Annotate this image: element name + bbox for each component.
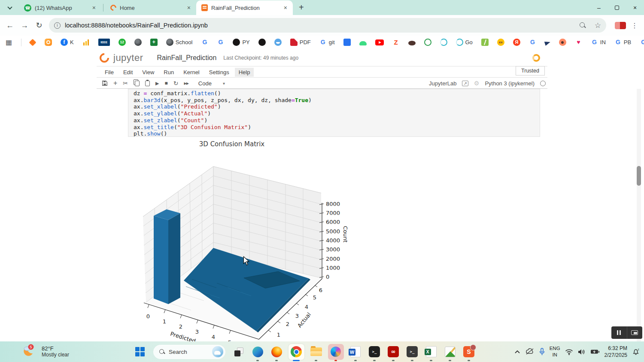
run-cell-button[interactable]: ▶ bbox=[155, 81, 159, 86]
forward-button[interactable]: → bbox=[17, 21, 32, 30]
kernel-name[interactable]: Python 3 (ipykernel) bbox=[485, 80, 535, 87]
extension-icon[interactable] bbox=[615, 22, 626, 29]
bookmark-leaf[interactable] bbox=[481, 39, 489, 46]
start-button[interactable] bbox=[131, 341, 149, 362]
zoom-out-icon[interactable] bbox=[579, 22, 586, 29]
menu-edit[interactable]: Edit bbox=[119, 68, 137, 77]
pause-button[interactable] bbox=[611, 326, 627, 339]
interrupt-kernel-button[interactable]: ■ bbox=[165, 80, 168, 86]
bookmark-google-1[interactable]: G bbox=[201, 39, 208, 46]
bookmark-go[interactable]: Go bbox=[456, 39, 473, 46]
word-app[interactable] bbox=[346, 341, 365, 362]
microphone-icon[interactable] bbox=[539, 348, 545, 356]
tab-home[interactable]: Home × bbox=[105, 0, 196, 15]
bookmark-git[interactable]: Ggit bbox=[319, 39, 335, 46]
bookmark-arrow[interactable] bbox=[545, 39, 550, 45]
copy-cell-button[interactable] bbox=[134, 81, 140, 86]
photo-editor-app[interactable] bbox=[441, 341, 459, 362]
chrome-app[interactable] bbox=[286, 341, 306, 362]
bookmark-kite[interactable] bbox=[29, 39, 36, 46]
restart-run-all-button[interactable]: ▶▶ bbox=[184, 81, 188, 85]
notebook-title[interactable]: RainFall_Prediction bbox=[157, 54, 217, 62]
bookmark-whale[interactable] bbox=[274, 39, 282, 46]
picture-in-picture-button[interactable] bbox=[627, 326, 643, 339]
bookmark-whatsapp[interactable]: 12 bbox=[118, 39, 126, 46]
copilot-app[interactable] bbox=[326, 341, 346, 362]
tab-rainfall-prediction[interactable]: RainFall_Prediction × bbox=[196, 0, 293, 15]
scrollbar-thumb[interactable] bbox=[637, 166, 641, 186]
bookmark-camera[interactable] bbox=[45, 39, 52, 46]
gear-icon[interactable]: ⚙ bbox=[474, 80, 480, 87]
bookmark-swirl-1[interactable] bbox=[440, 39, 447, 46]
weather-widget[interactable]: 5 82°F Mostly clear bbox=[21, 343, 69, 359]
clock[interactable]: 6:32 PM2/27/2025 bbox=[605, 345, 627, 359]
cell-type-select[interactable]: Code▾ bbox=[198, 80, 225, 87]
bookmark-zerodha[interactable]: Z bbox=[392, 39, 400, 46]
bookmark-facebook[interactable]: fK bbox=[61, 39, 74, 46]
bookmark-ex[interactable]: ex bbox=[497, 39, 504, 46]
menu-kernel[interactable]: Kernel bbox=[179, 68, 204, 77]
task-view-button[interactable] bbox=[230, 341, 248, 362]
tab-close-icon[interactable]: × bbox=[186, 4, 192, 11]
menu-settings[interactable]: Settings bbox=[205, 68, 233, 77]
bookmark-in[interactable]: GIN bbox=[591, 39, 606, 46]
bookmark-school[interactable]: School bbox=[166, 39, 193, 46]
tab-search-button[interactable] bbox=[4, 2, 15, 13]
jupyter-logo-text[interactable]: jupyter bbox=[113, 52, 143, 63]
volume-icon[interactable] bbox=[578, 349, 586, 355]
excel-app[interactable] bbox=[422, 341, 440, 362]
cut-cell-button[interactable]: ✂ bbox=[123, 80, 128, 87]
bookmark-analytics[interactable] bbox=[82, 39, 90, 46]
bookmark-google-2[interactable]: G bbox=[217, 39, 224, 46]
edge-app[interactable] bbox=[249, 341, 267, 362]
command-prompt-app[interactable]: >_ bbox=[403, 341, 421, 362]
new-tab-button[interactable]: + bbox=[299, 3, 304, 12]
bookmark-globe-dark[interactable] bbox=[134, 39, 142, 46]
paste-cell-button[interactable] bbox=[145, 81, 150, 86]
restart-kernel-button[interactable]: ↻ bbox=[173, 80, 179, 87]
code-cell[interactable]: dz = conf_matrix.flatten()ax.bar3d(x_pos… bbox=[128, 89, 540, 137]
bookmark-android[interactable] bbox=[359, 39, 367, 45]
menu-run[interactable]: Run bbox=[160, 68, 178, 77]
bookmark-pc[interactable]: GPC bbox=[640, 39, 644, 46]
tab-close-icon[interactable]: × bbox=[91, 4, 97, 11]
jupyter-logo-icon[interactable] bbox=[97, 51, 111, 64]
battery-icon[interactable] bbox=[590, 349, 600, 354]
wifi-icon[interactable] bbox=[565, 349, 573, 355]
back-button[interactable]: ← bbox=[3, 21, 17, 30]
menu-file[interactable]: File bbox=[101, 68, 118, 77]
add-cell-button[interactable]: + bbox=[113, 79, 117, 87]
bookmark-apps[interactable] bbox=[5, 39, 12, 46]
save-button[interactable] bbox=[102, 80, 108, 86]
bookmark-flipkart[interactable] bbox=[343, 39, 351, 46]
bookmark-dark-site[interactable] bbox=[258, 39, 266, 46]
bookmark-ring[interactable] bbox=[424, 39, 431, 46]
sublime-app[interactable]: S bbox=[460, 341, 478, 362]
onedrive-paused-icon[interactable] bbox=[525, 348, 535, 355]
bookmark-eye[interactable] bbox=[559, 39, 566, 46]
menu-view[interactable]: View bbox=[138, 68, 158, 77]
tab-whatsapp[interactable]: ☎ (12) WhatsApp × bbox=[19, 0, 101, 15]
acrobat-app[interactable]: ∞ bbox=[384, 341, 402, 362]
reload-button[interactable]: ↻ bbox=[32, 21, 46, 30]
bookmark-star-icon[interactable]: ☆ bbox=[595, 21, 601, 30]
bookmark-classroom[interactable] bbox=[150, 39, 158, 46]
site-info-icon[interactable]: i bbox=[54, 22, 61, 29]
file-explorer-app[interactable] bbox=[307, 341, 325, 362]
url-text[interactable]: localhost:8888/notebooks/RainFall_Predic… bbox=[65, 22, 571, 29]
maximize-button[interactable] bbox=[608, 4, 626, 11]
external-link-icon[interactable]: ↗ bbox=[462, 81, 468, 86]
bookmark-yandex[interactable]: Я bbox=[513, 39, 520, 46]
bookmark-bean[interactable] bbox=[408, 39, 416, 45]
scrollbar-track[interactable] bbox=[637, 89, 641, 341]
notification-bell-icon[interactable]: z bbox=[632, 348, 640, 356]
terminal-app[interactable]: >_ bbox=[365, 341, 383, 362]
browser-menu-icon[interactable]: ⋮ bbox=[631, 21, 638, 30]
trusted-button[interactable]: Trusted bbox=[516, 66, 545, 75]
menu-help[interactable]: Help bbox=[235, 68, 254, 77]
language-indicator[interactable]: ENGIN bbox=[550, 345, 560, 358]
address-bar[interactable]: i localhost:8888/notebooks/RainFall_Pred… bbox=[49, 18, 606, 33]
tab-close-icon[interactable]: × bbox=[283, 4, 289, 11]
bookmark-github-py[interactable]: PY bbox=[233, 39, 249, 46]
jupyterlab-link[interactable]: JupyterLab bbox=[429, 80, 456, 87]
